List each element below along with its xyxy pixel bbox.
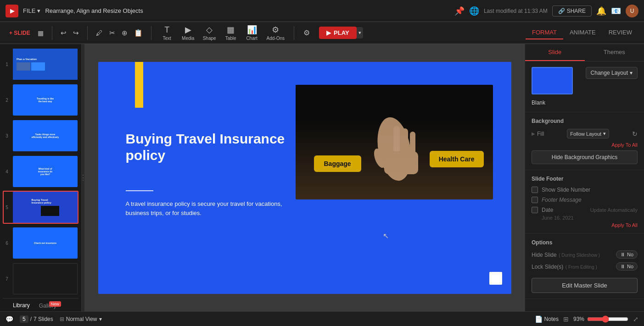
settings-button[interactable]: ⚙ (300, 27, 314, 39)
media-icon: ▶ (185, 25, 191, 35)
divider-3 (151, 26, 151, 40)
library-gallery-tabs: Library Gallery New (3, 298, 78, 309)
svg-rect-3 (402, 128, 408, 155)
background-title: Background (532, 118, 638, 124)
insert-tools: T Text ▶ Media ◇ Shape ▦ Table 📊 Chart ⚙… (157, 23, 288, 43)
comment-icon[interactable]: 💬 (6, 315, 13, 323)
thumb-image-5: Buying TravelInsurance policy (13, 192, 78, 223)
date-row: Date Update Automatically (532, 207, 638, 213)
slide-thumb-2[interactable]: 2 Traveling is likethe best way (3, 83, 78, 116)
footer-message-row (532, 197, 638, 203)
share-button[interactable]: 🔗 SHARE (552, 6, 592, 17)
hide-slide-toggle[interactable]: ⏸ No (616, 250, 638, 259)
lock-slides-sub: ( From Editing ) (566, 265, 597, 270)
addons-icon: ⚙ (272, 25, 279, 35)
zoom-slider[interactable] (587, 315, 628, 323)
baggage-button[interactable]: Baggage (314, 155, 361, 172)
edit-master-slide-button[interactable]: Edit Master Slide (532, 278, 638, 293)
background-apply-all[interactable]: Apply To All (532, 142, 638, 148)
thumb-image-1: Plan a Vacation (13, 49, 78, 80)
layout-preview (532, 67, 573, 94)
history-controls: ↩ ↪ (58, 27, 82, 39)
paste-button[interactable]: 📋 (131, 27, 146, 39)
canvas-area: Buying Travel Insurance policy A travel … (84, 44, 525, 311)
toolbar: + SLIDE ▦ ↩ ↪ 🖊 ✂ ⊕ 📋 T Text ▶ Media ◇ S… (0, 22, 644, 44)
show-slide-number-label: Show Slide Number (542, 187, 590, 193)
user-avatar: U (626, 5, 638, 17)
play-dropdown-button[interactable]: ▾ (357, 27, 363, 39)
fill-row: ▶ Fill Follow Layout ▾ ↻ (532, 129, 638, 138)
fill-reset-icon[interactable]: ↻ (632, 130, 638, 138)
chart-tool-button[interactable]: 📊 Chart (242, 23, 262, 43)
bottom-left: 💬 5 / 7 Slides ⊞ Normal View ▾ (6, 315, 102, 323)
normal-view-button[interactable]: Normal View ▾ (66, 316, 102, 322)
change-layout-button[interactable]: Change Layout ▾ (586, 67, 638, 79)
divider-2 (87, 26, 88, 40)
add-slide-button[interactable]: + SLIDE (6, 28, 34, 38)
table-icon: ▦ (227, 25, 235, 35)
fit-screen-icon[interactable]: ⤢ (633, 315, 638, 323)
notes-button[interactable]: 📄 Notes (535, 315, 559, 323)
background-section: Background ▶ Fill Follow Layout ▾ ↻ Appl… (525, 112, 644, 170)
tab-animate[interactable]: ANIMATE (563, 26, 602, 39)
footer-apply-all[interactable]: Apply To All (532, 222, 638, 228)
view-toggle-area: ⊞ Normal View ▾ (60, 316, 102, 322)
options-title: Options (532, 239, 638, 246)
slide-thumb-1[interactable]: 1 Plan a Vacation (3, 48, 78, 81)
tab-slide[interactable]: Slide (525, 44, 585, 61)
divider-4 (294, 26, 294, 40)
slide-controls: + SLIDE ▦ (6, 28, 46, 39)
slide-canvas[interactable]: Buying Travel Insurance policy A travel … (98, 62, 511, 294)
panel-tabs: Slide Themes (525, 44, 644, 61)
slide-thumb-4[interactable]: 4 What kind ofinsurance doyou like? (3, 155, 78, 188)
show-slide-number-checkbox[interactable] (532, 187, 538, 193)
svg-rect-2 (393, 126, 400, 154)
thumb-image-3: Tasks things moreefficiently and effecti… (13, 120, 78, 151)
lock-slides-label: Lock Slide(s) (532, 264, 563, 270)
undo-button[interactable]: ↩ (58, 27, 69, 39)
svg-rect-4 (410, 132, 415, 155)
slide-thumb-3[interactable]: 3 Tasks things moreefficiently and effec… (3, 119, 78, 152)
text-tool-button[interactable]: T Text (157, 23, 177, 43)
date-checkbox[interactable] (532, 207, 538, 213)
copy-button[interactable]: ⊕ (119, 27, 130, 39)
top-bar: ▶ FILE ▾ Rearrange, Align and Resize Obj… (0, 0, 644, 22)
shape-icon: ◇ (206, 25, 213, 35)
edit-controls: 🖊 ✂ ⊕ 📋 (93, 27, 146, 39)
tab-themes[interactable]: Themes (585, 44, 644, 61)
footer-section: Slide Footer Show Slide Number Date Upda… (525, 170, 644, 234)
healthcare-button[interactable]: Health Care (430, 151, 484, 167)
footer-message-checkbox[interactable] (532, 197, 538, 203)
footer-message-input[interactable] (542, 197, 638, 203)
play-button[interactable]: ▶ PLAY (319, 27, 356, 39)
svg-rect-5 (384, 151, 418, 174)
layout-name: Blank (532, 99, 545, 106)
grid-view-button[interactable]: ▦ (35, 28, 46, 39)
hide-bg-graphics-button[interactable]: Hide Background Graphics (532, 150, 638, 164)
main-content: 1 Plan a Vacation 2 Traveling i (0, 44, 644, 311)
fit-icon: ⊞ (563, 315, 569, 323)
redo-button[interactable]: ↪ (70, 27, 82, 39)
slide-thumb-6[interactable]: 6 Check out insurance (3, 227, 78, 260)
slide-thumb-7[interactable]: 7 (3, 262, 78, 295)
tab-format[interactable]: FORMAT (526, 26, 563, 39)
date-label: Date (542, 207, 553, 213)
lock-slides-toggle[interactable]: ⏸ No (616, 262, 638, 271)
cut-button[interactable]: ✂ (106, 27, 118, 39)
slide-panel: 1 Plan a Vacation 2 Traveling i (0, 44, 82, 311)
slide-thumb-5[interactable]: 5 Buying TravelInsurance policy (3, 191, 78, 224)
file-menu-button[interactable]: FILE ▾ (23, 7, 40, 14)
slide-yellow-accent (135, 62, 143, 108)
format-painter-button[interactable]: 🖊 (93, 27, 106, 39)
bottom-right: 📄 Notes ⊞ 93% ⤢ (535, 315, 638, 323)
date-value: June 16, 2021 (532, 215, 638, 221)
thumb-image-6: Check out insurance (13, 227, 78, 259)
media-tool-button[interactable]: ▶ Media (178, 23, 198, 43)
options-section: Options Hide Slide ( During Slideshow ) … (525, 234, 644, 299)
shape-tool-button[interactable]: ◇ Shape (199, 23, 220, 43)
tab-review[interactable]: REVIEW (602, 26, 638, 39)
addons-tool-button[interactable]: ⚙ Add-Ons (263, 23, 288, 43)
library-tab[interactable]: Library (10, 301, 33, 309)
table-tool-button[interactable]: ▦ Table (221, 23, 241, 43)
fill-select[interactable]: Follow Layout ▾ (567, 129, 609, 138)
